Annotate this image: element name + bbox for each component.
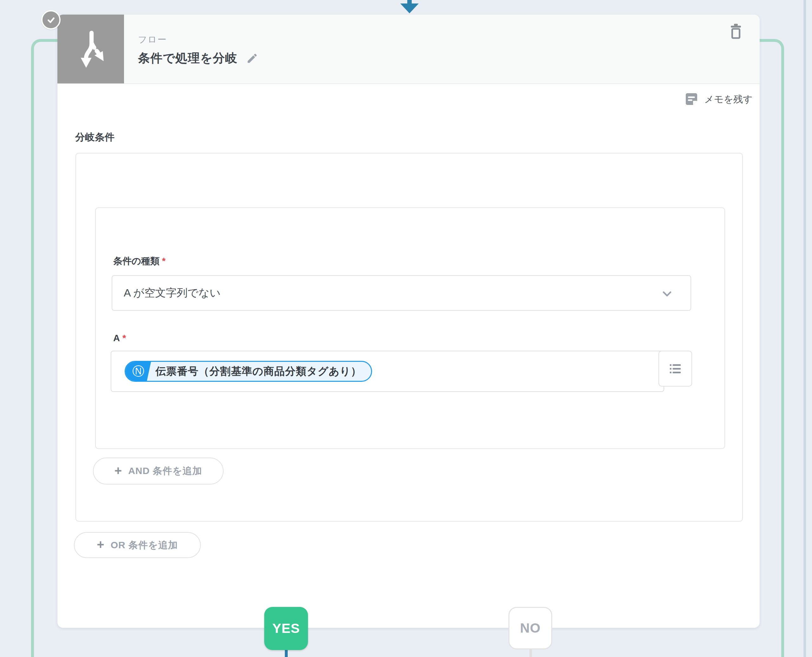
chevron-down-icon — [660, 286, 674, 302]
edit-title-button[interactable] — [246, 52, 259, 65]
tag-badge-icon: Ⓝ — [126, 362, 151, 381]
memo-icon — [684, 91, 699, 107]
node-header: フロー 条件で処理を分岐 — [58, 15, 760, 84]
check-icon — [41, 10, 61, 30]
no-branch-connector — [529, 649, 532, 657]
required-asterisk: * — [122, 333, 126, 343]
variable-tag-label: 伝票番号（分割基準の商品分類タグあり） — [151, 362, 371, 381]
yes-branch-connector — [285, 650, 288, 657]
no-branch-badge: NO — [508, 607, 552, 649]
list-icon — [668, 361, 683, 376]
trash-icon — [728, 23, 743, 40]
operand-a-input[interactable]: Ⓝ 伝票番号（分割基準の商品分類タグあり） — [111, 351, 664, 392]
operand-a-label: A* — [113, 333, 126, 343]
pencil-icon — [246, 52, 259, 65]
branch-conditions-heading: 分岐条件 — [75, 131, 114, 144]
yes-branch-badge: YES — [264, 607, 308, 650]
plus-icon: + — [97, 538, 104, 551]
add-and-condition-button[interactable]: + AND 条件を追加 — [93, 458, 224, 484]
flow-canvas: フロー 条件で処理を分岐 — [0, 0, 812, 657]
node-type-label: フロー — [138, 34, 259, 46]
and-condition-group: 条件の種類* A が空文字列でない A* Ⓝ 伝票 — [95, 207, 725, 449]
add-memo-button[interactable]: メモを残す — [683, 89, 754, 109]
variable-tag-chip[interactable]: Ⓝ 伝票番号（分割基準の商品分類タグあり） — [125, 361, 372, 382]
plus-icon: + — [114, 464, 122, 477]
add-or-condition-button[interactable]: + OR 条件を追加 — [74, 532, 201, 558]
condition-type-label: 条件の種類* — [113, 255, 165, 268]
condition-type-select[interactable]: A が空文字列でない — [112, 275, 691, 311]
node-header-text: フロー 条件で処理を分岐 — [124, 15, 259, 83]
branch-icon — [58, 15, 124, 84]
memo-label: メモを残す — [704, 93, 753, 106]
condition-type-value: A が空文字列でない — [124, 286, 220, 300]
node-title: 条件で処理を分岐 — [138, 50, 238, 66]
flow-node-card: フロー 条件で処理を分岐 — [58, 15, 760, 628]
insert-variable-button[interactable] — [658, 351, 692, 386]
delete-node-button[interactable] — [728, 23, 744, 40]
required-asterisk: * — [162, 256, 165, 266]
arrow-down-icon — [400, 0, 419, 13]
adjacent-branch-line — [803, 0, 806, 657]
